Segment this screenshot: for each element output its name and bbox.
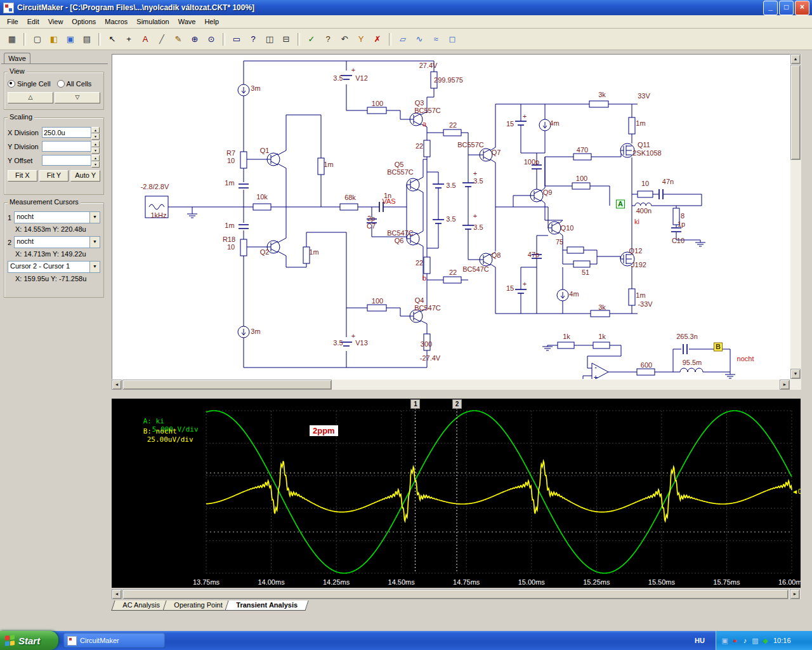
scroll-right-icon[interactable]: ►: [790, 589, 800, 599]
tile-vertical-button[interactable]: ⊟: [278, 32, 294, 47]
menu-wave[interactable]: Wave: [174, 17, 200, 27]
cursor1-signal-select[interactable]: nocht ▼: [14, 211, 100, 223]
close-button[interactable]: ×: [795, 1, 809, 15]
delete-tool-button[interactable]: ╱: [154, 32, 169, 47]
tab-operating-point[interactable]: Operating Point: [162, 600, 233, 611]
chevron-down-icon[interactable]: ▼: [89, 237, 100, 248]
component-label: 15: [506, 120, 514, 128]
chevron-down-icon[interactable]: ▼: [89, 212, 100, 223]
component-label: 1k: [598, 333, 606, 340]
spin-up-icon[interactable]: ▲: [91, 141, 100, 147]
spin-up-icon[interactable]: ▲: [91, 127, 100, 133]
horizontal-scroll-thumb[interactable]: [122, 380, 332, 390]
cursor-flag-1[interactable]: 1: [410, 399, 420, 409]
radio-single-cell[interactable]: Single Cell: [8, 80, 51, 88]
minimize-button[interactable]: _: [763, 1, 778, 15]
scroll-left-icon[interactable]: ◄: [112, 589, 122, 599]
help-button[interactable]: ?: [320, 32, 336, 47]
open-file-button[interactable]: ◧: [46, 32, 62, 47]
schematic-canvas[interactable]: 27.4V299.95753.5V12+100Q3BC557Ca2222BC55…: [112, 54, 790, 380]
run-simulation-button[interactable]: ✓: [304, 32, 319, 47]
menu-edit[interactable]: Edit: [23, 17, 44, 27]
cell-up-button[interactable]: △: [8, 92, 53, 103]
taskbar-task-circuitmaker[interactable]: CircuitMaker: [63, 633, 165, 648]
menu-macros[interactable]: Macros: [100, 17, 132, 27]
menu-view[interactable]: View: [44, 17, 68, 27]
zoom-in-tool-button[interactable]: ⊕: [187, 32, 202, 47]
new-file-button[interactable]: ▢: [30, 32, 45, 47]
scroll-right-icon[interactable]: ►: [780, 380, 790, 390]
antivirus-tray-icon[interactable]: ●: [730, 637, 740, 644]
stop-simulation-button[interactable]: ✗: [370, 32, 385, 47]
fit-to-window-button[interactable]: ▭: [229, 32, 244, 47]
probe-y-button[interactable]: Y: [353, 32, 369, 47]
tile-horizontal-button[interactable]: ◫: [262, 32, 277, 47]
cursor-diff-select[interactable]: Cursor 2 - Cursor 1 ▼: [8, 261, 100, 273]
maximize-button[interactable]: □: [779, 1, 794, 15]
magnify-button[interactable]: ⊙: [204, 32, 219, 47]
spin-down-icon[interactable]: ▼: [91, 161, 100, 168]
fit-y-button[interactable]: Fit Y: [39, 170, 69, 182]
radio-off-icon: [57, 80, 65, 88]
x-division-input[interactable]: [42, 127, 91, 138]
radio-all-cells[interactable]: All Cells: [57, 80, 92, 88]
probe-tool-button[interactable]: ✎: [171, 32, 186, 47]
waveform-display[interactable]: A: ki 5.000 V/div B: nocht 25.00uV/div 2…: [112, 399, 801, 588]
y-division-spinner[interactable]: ▲ ▼: [91, 141, 100, 152]
tab-ac-analysis[interactable]: AC Analysis: [111, 600, 171, 611]
text-tool-button[interactable]: A: [138, 32, 153, 47]
menu-simulation[interactable]: Simulation: [132, 17, 173, 27]
channel-b-scale: 25.00uV/div: [147, 435, 193, 444]
scope-display-button[interactable]: ∿: [412, 32, 427, 47]
menu-help[interactable]: Help: [200, 17, 223, 27]
spin-down-icon[interactable]: ▼: [91, 133, 100, 140]
volume-tray-icon[interactable]: ♪: [740, 637, 750, 644]
start-button[interactable]: Start: [0, 631, 58, 650]
help-pointer-button[interactable]: ?: [246, 32, 261, 47]
save-file-button[interactable]: ▣: [63, 32, 78, 47]
y-offset-input[interactable]: [42, 155, 91, 166]
bode-display-button[interactable]: ≈: [428, 32, 443, 47]
schematic-horizontal-scrollbar[interactable]: ◄ ►: [112, 380, 790, 390]
tab-transient-analysis[interactable]: Transient Analysis: [225, 600, 309, 611]
language-indicator[interactable]: HU: [695, 631, 705, 650]
cursor-flag-2[interactable]: 2: [452, 399, 462, 409]
component-label: +: [351, 332, 355, 340]
component-label: +: [594, 373, 598, 379]
menu-file[interactable]: File: [3, 17, 23, 27]
menu-options[interactable]: Options: [67, 17, 100, 27]
scope-horizontal-scrollbar[interactable]: ◄ ►: [112, 589, 801, 599]
chevron-down-icon[interactable]: ▼: [89, 262, 100, 272]
display-settings-tray-icon[interactable]: ▣: [720, 637, 730, 645]
scheduler-tray-icon[interactable]: ◆: [761, 637, 770, 645]
scope-scroll-thumb[interactable]: [122, 589, 789, 599]
y-offset-spinner[interactable]: ▲ ▼: [91, 155, 100, 166]
scroll-up-icon[interactable]: ▲: [790, 54, 801, 64]
cell-down-button[interactable]: ▽: [55, 92, 100, 103]
digital-display-button[interactable]: ▱: [395, 32, 410, 47]
spin-down-icon[interactable]: ▼: [91, 147, 100, 154]
schematic-vertical-scrollbar[interactable]: ▲ ▼: [790, 54, 801, 380]
scroll-left-icon[interactable]: ◄: [112, 380, 122, 390]
print-button[interactable]: ▤: [79, 32, 95, 47]
spin-up-icon[interactable]: ▲: [91, 155, 100, 161]
tab-wave[interactable]: Wave: [4, 53, 30, 64]
component-label: Q9: [543, 189, 553, 196]
view-group-label: View: [8, 67, 27, 75]
reset-button[interactable]: ↶: [337, 32, 352, 47]
auto-y-button[interactable]: Auto Y: [70, 170, 100, 182]
add-part-button[interactable]: +: [121, 32, 136, 47]
cursor2-signal-select[interactable]: nocht ▼: [14, 236, 100, 248]
title-bar: CircuitMaker - [C:\Program Files\...\nyo…: [0, 0, 812, 15]
x-division-spinner[interactable]: ▲ ▼: [91, 127, 100, 138]
parts-palette-button[interactable]: ▦: [4, 32, 20, 47]
network-tray-icon[interactable]: ▥: [750, 637, 760, 645]
fit-x-button[interactable]: Fit X: [8, 170, 37, 182]
channel-b-label: B: nocht: [143, 427, 177, 435]
component-label: +: [523, 112, 527, 120]
select-tool-button[interactable]: ↖: [105, 32, 120, 47]
vertical-scroll-thumb[interactable]: [790, 65, 801, 160]
fft-display-button[interactable]: ◻: [445, 32, 460, 47]
scroll-down-icon[interactable]: ▼: [790, 369, 801, 379]
y-division-input[interactable]: [42, 141, 91, 152]
